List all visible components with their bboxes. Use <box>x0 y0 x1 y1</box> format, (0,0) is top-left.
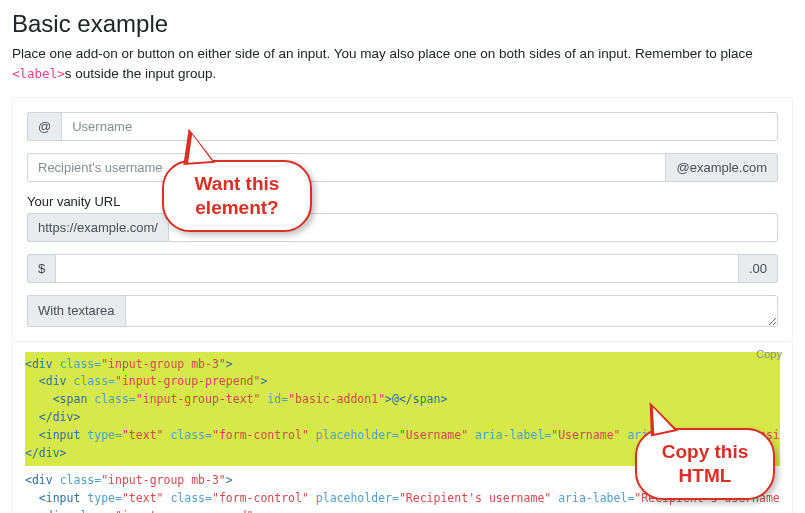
input-group-textarea: With textarea <box>27 295 778 327</box>
textarea-input[interactable] <box>125 295 778 327</box>
addon-vanity-prefix: https://example.com/ <box>27 213 168 242</box>
addon-example-domain: @example.com <box>666 153 778 182</box>
section-description: Place one add-on or button on either sid… <box>12 44 793 85</box>
bubble-tail-icon <box>181 127 215 165</box>
input-group-username: @ <box>27 112 778 141</box>
example-panel: @ @example.com Your vanity URL https://e… <box>12 97 793 342</box>
recipient-input[interactable] <box>27 153 666 182</box>
input-group-currency: $ .00 <box>27 254 778 283</box>
label-code-tag: <label> <box>12 66 65 81</box>
section-title: Basic example <box>12 10 793 38</box>
input-group-vanity: https://example.com/ <box>27 213 778 242</box>
bubble2-line2: HTML <box>679 465 732 486</box>
desc-text-a: Place one add-on or button on either sid… <box>12 46 753 61</box>
currency-input[interactable] <box>55 254 739 283</box>
addon-textarea-label: With textarea <box>27 295 125 327</box>
desc-text-b: s outside the input group. <box>65 66 217 81</box>
vanity-url-label: Your vanity URL <box>27 194 778 209</box>
bubble1-line2: element? <box>195 197 278 218</box>
copy-button[interactable]: Copy <box>756 348 782 360</box>
addon-cents: .00 <box>739 254 778 283</box>
annotation-bubble-want: Want this element? <box>162 160 312 232</box>
addon-dollar: $ <box>27 254 55 283</box>
addon-at: @ <box>27 112 61 141</box>
bubble2-line1: Copy this <box>662 441 749 462</box>
input-group-recipient: @example.com <box>27 153 778 182</box>
username-input[interactable] <box>61 112 778 141</box>
bubble1-line1: Want this <box>195 173 280 194</box>
annotation-bubble-copy: Copy this HTML <box>635 428 775 500</box>
